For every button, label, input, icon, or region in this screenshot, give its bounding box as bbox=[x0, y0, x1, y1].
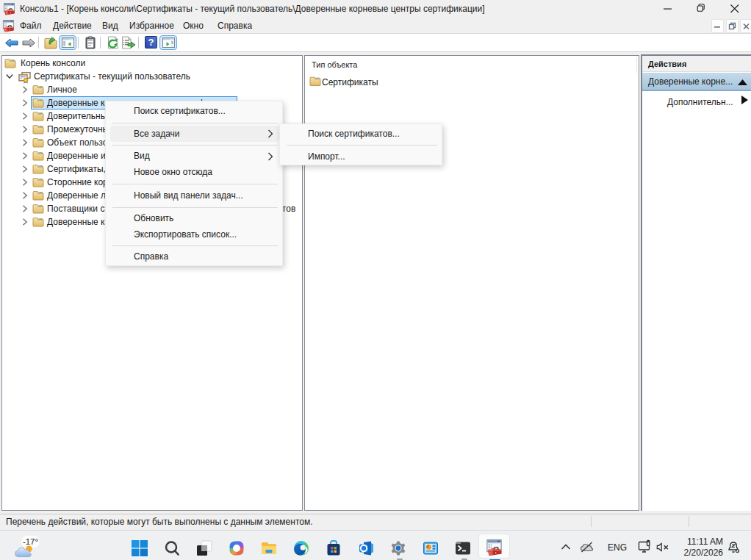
svg-text:?: ? bbox=[148, 37, 154, 48]
